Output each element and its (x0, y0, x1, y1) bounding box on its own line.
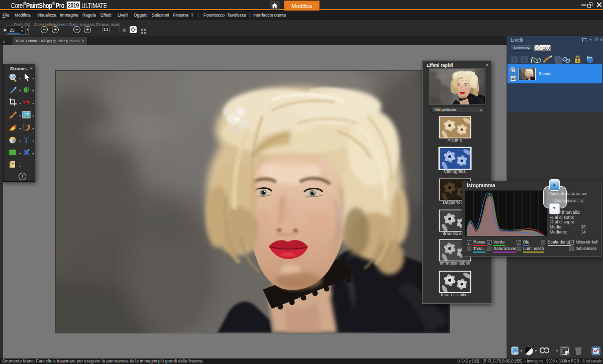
svg-text:Infrarossi deboli: Infrarossi deboli (440, 261, 470, 266)
svg-text:Infrarossi nitidi: Infrarossi nitidi (441, 292, 469, 297)
svg-text:f: f (531, 56, 534, 63)
svg-text:Cianografia: Cianografia (444, 169, 466, 174)
svg-text:Albume: Albume (448, 138, 462, 143)
svg-text:T: T (24, 136, 29, 145)
